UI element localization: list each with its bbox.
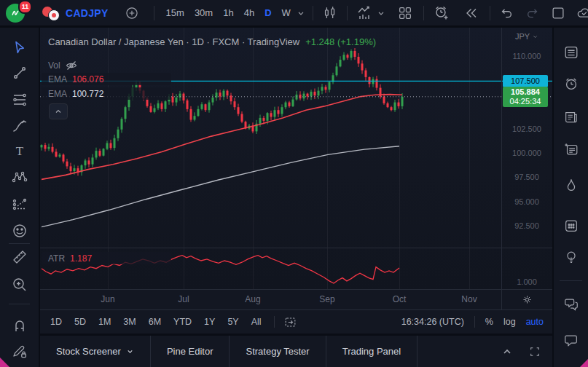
lock-drawings-tool-icon[interactable]: [11, 342, 28, 360]
tab-pine-editor[interactable]: Pine Editor: [151, 336, 230, 367]
atr-axis-label: 1.000: [501, 277, 552, 286]
add-symbol-icon[interactable]: [125, 6, 139, 20]
candlestick-style-icon[interactable]: [322, 5, 338, 21]
indicators-chevron-down-icon[interactable]: [377, 9, 385, 17]
time-axis-corner: [501, 290, 552, 309]
tab-strategy-tester[interactable]: Strategy Tester: [230, 336, 326, 367]
divider: [474, 316, 475, 328]
price-axis-label: 102.500: [501, 125, 552, 133]
range-1m[interactable]: 1M: [98, 317, 111, 327]
replay-icon[interactable]: [463, 5, 479, 21]
range-1d[interactable]: 1D: [50, 317, 62, 327]
redo-icon[interactable]: [524, 5, 540, 21]
user-menu-button[interactable]: 11: [6, 2, 28, 24]
watchlist-icon[interactable]: [563, 44, 579, 60]
atr-label: ATR: [48, 253, 65, 264]
price-chart[interactable]: [40, 28, 552, 289]
cloud-save-icon[interactable]: [575, 5, 588, 21]
chart-legend-title: Canadian Dollar / Japanese Yen · 1D · FX…: [48, 36, 376, 47]
alerts-icon[interactable]: [563, 76, 579, 92]
ema-fast-line[interactable]: [42, 95, 402, 180]
fullscreen-icon[interactable]: [550, 5, 566, 21]
legend-collapse-button[interactable]: [49, 103, 68, 119]
tab-trading-panel[interactable]: Trading Panel: [326, 336, 418, 367]
axis-settings-gear-icon[interactable]: [522, 294, 533, 305]
panel-maximize-icon[interactable]: [529, 346, 541, 358]
layout-grid-icon[interactable]: [397, 5, 413, 21]
timeframe-chevron-down-icon[interactable]: [297, 9, 305, 17]
atr-value: 1.187: [70, 253, 92, 264]
ideas-icon[interactable]: [563, 249, 579, 265]
timeframe-4h[interactable]: 4h: [244, 7, 254, 18]
calendar-icon[interactable]: [563, 218, 579, 234]
alert-price-label[interactable]: 107.500: [503, 75, 548, 87]
bottom-panel: Stock Screener Pine Editor Strategy Test…: [40, 334, 552, 367]
fib-retracement-tool-icon[interactable]: [11, 91, 28, 108]
public-chats-icon[interactable]: [563, 296, 579, 312]
xabcd-pattern-tool-icon[interactable]: [11, 169, 28, 186]
timeframe-1w[interactable]: W: [282, 7, 291, 18]
range-all[interactable]: All: [251, 317, 262, 327]
brush-tool-icon[interactable]: [11, 117, 28, 134]
chevron-down-icon: [532, 34, 538, 39]
ema-fast-legend-row[interactable]: EMA 106.076: [42, 73, 171, 85]
text-tool-icon[interactable]: T: [11, 143, 28, 160]
atr-legend-row[interactable]: ATR 1.187: [42, 252, 171, 264]
price-axis-label: 95.000: [501, 197, 552, 206]
tab-stock-screener[interactable]: Stock Screener: [40, 336, 151, 367]
cursor-tool-icon[interactable]: [11, 39, 28, 57]
timeframe-1h[interactable]: 1h: [223, 7, 233, 18]
timeframe-30m[interactable]: 30m: [195, 7, 213, 18]
last-price-value: 105.884: [503, 87, 548, 97]
eye-hidden-icon[interactable]: [66, 60, 77, 71]
log-scale-button[interactable]: log: [503, 317, 516, 327]
indicators-icon[interactable]: [356, 4, 374, 22]
alert-icon[interactable]: [433, 4, 450, 22]
ruler-tool-icon[interactable]: [11, 248, 28, 266]
divider: [9, 243, 30, 244]
range-5d[interactable]: 5D: [74, 317, 86, 327]
go-to-date-icon[interactable]: [283, 315, 297, 329]
forecast-tool-icon[interactable]: [11, 196, 28, 213]
drawing-toolbar: T: [0, 28, 40, 367]
right-sidebar: [552, 28, 588, 367]
range-3m[interactable]: 3M: [123, 317, 136, 327]
range-5y[interactable]: 5Y: [227, 317, 238, 327]
range-6m[interactable]: 6M: [149, 317, 161, 327]
zoom-in-tool-icon[interactable]: [11, 276, 28, 293]
symbol-flags-icon: [42, 5, 60, 21]
divider: [313, 6, 313, 20]
private-chat-icon[interactable]: [563, 332, 579, 348]
divider: [274, 316, 275, 328]
timeframe-15m[interactable]: 15m: [166, 7, 184, 18]
magnet-tool-icon[interactable]: [11, 317, 28, 334]
price-axis-label: 97.500: [501, 173, 552, 181]
hotlists-icon[interactable]: [563, 178, 579, 194]
range-1y[interactable]: 1Y: [204, 317, 215, 327]
ema-slow-legend-row[interactable]: EMA 100.772: [42, 87, 171, 100]
panel-expand-up-icon[interactable]: [501, 346, 513, 358]
percent-scale-button[interactable]: %: [485, 317, 493, 327]
timeframe-1d[interactable]: D: [264, 7, 271, 18]
symbol-description[interactable]: Canadian Dollar / Japanese Yen · 1D · FX…: [48, 36, 299, 47]
emoji-tool-icon[interactable]: [11, 222, 28, 240]
time-axis-month: Oct: [385, 294, 414, 304]
price-axis[interactable]: JPY 107.500 105.884 04:25:34 1.000 110.0…: [501, 28, 552, 289]
data-window-icon[interactable]: [563, 141, 579, 157]
ema-slow-label: EMA: [48, 89, 67, 99]
undo-icon[interactable]: [499, 5, 515, 21]
chevron-down-icon: [126, 347, 134, 355]
price-change: +1.248 (+1.19%): [305, 36, 376, 47]
chart-footer-toolbar: 1D 5D 1M 3M 6M YTD 1Y 5Y All 16:34:26 (U…: [40, 309, 552, 334]
time-axis-month: Jun: [93, 294, 122, 304]
ema-slow-line[interactable]: [42, 146, 399, 227]
auto-scale-button[interactable]: auto: [526, 317, 544, 327]
price-axis-label: 110.000: [501, 52, 552, 60]
price-axis-currency[interactable]: JPY: [501, 32, 552, 41]
range-ytd[interactable]: YTD: [173, 317, 192, 327]
news-icon[interactable]: [563, 109, 579, 125]
symbol-search-button[interactable]: CADJPY: [66, 7, 109, 19]
trend-line-tool-icon[interactable]: [11, 64, 28, 82]
clock-utc[interactable]: 16:34:26 (UTC): [401, 317, 464, 327]
time-axis[interactable]: JunJulAugSepOctNov: [40, 289, 552, 309]
